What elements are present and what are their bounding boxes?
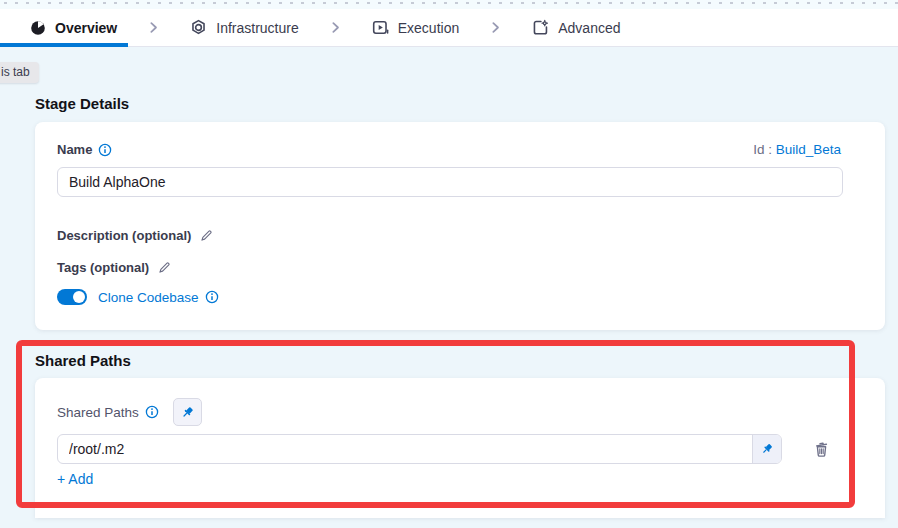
tab-advanced[interactable]: Advanced xyxy=(532,19,620,36)
clone-codebase-label-group: Clone Codebase xyxy=(98,290,219,305)
tab-execution-label: Execution xyxy=(398,20,459,36)
edit-pencil-icon[interactable] xyxy=(157,260,172,275)
box-gear-icon xyxy=(532,19,549,36)
stage-tabbar: Overview Infrastructure Execution Advanc… xyxy=(0,9,898,47)
pin-icon xyxy=(760,442,774,456)
chevron-right-icon xyxy=(147,21,160,34)
tags-row: Tags (optional) xyxy=(57,260,172,275)
id-label: Id : xyxy=(753,142,772,157)
shared-paths-card: Shared Paths + Add xyxy=(35,378,885,518)
clone-codebase-toggle[interactable] xyxy=(57,289,87,305)
play-box-icon xyxy=(372,19,389,36)
clone-codebase-label: Clone Codebase xyxy=(98,290,199,305)
pie-chart-icon xyxy=(30,20,46,36)
pin-input-type-button[interactable] xyxy=(752,435,781,463)
shared-paths-label: Shared Paths xyxy=(57,405,139,420)
stage-details-heading: Stage Details xyxy=(35,95,129,112)
info-icon[interactable] xyxy=(205,290,219,304)
edit-pencil-icon[interactable] xyxy=(199,228,214,243)
name-label-group: Name xyxy=(57,142,112,157)
pin-input-type-button[interactable] xyxy=(173,398,202,426)
canvas-dots-strip xyxy=(0,0,898,9)
id-value-link[interactable]: Build_Beta xyxy=(776,142,841,157)
info-icon[interactable] xyxy=(145,405,159,419)
name-label: Name xyxy=(57,142,92,157)
shared-paths-heading: Shared Paths xyxy=(35,352,131,369)
description-row: Description (optional) xyxy=(57,228,214,243)
name-row: Name Id : Build_Beta xyxy=(57,142,841,157)
shared-paths-label-row: Shared Paths xyxy=(57,398,202,426)
hexagon-nut-icon xyxy=(190,19,207,36)
trash-icon xyxy=(812,440,831,459)
pin-icon xyxy=(180,405,195,420)
shared-path-input[interactable] xyxy=(57,434,782,464)
stage-name-input[interactable] xyxy=(57,167,843,197)
active-tab-underline xyxy=(0,43,128,47)
tab-overview-label: Overview xyxy=(55,20,117,36)
stage-id: Id : Build_Beta xyxy=(753,142,841,157)
clone-codebase-row: Clone Codebase xyxy=(57,289,219,305)
description-label: Description (optional) xyxy=(57,228,191,243)
tab-infrastructure[interactable]: Infrastructure xyxy=(190,19,298,36)
chevron-right-icon xyxy=(329,21,342,34)
chevron-right-icon xyxy=(489,21,502,34)
tab-advanced-label: Advanced xyxy=(558,20,620,36)
tab-overview[interactable]: Overview xyxy=(30,20,117,36)
tags-label: Tags (optional) xyxy=(57,260,149,275)
add-path-button[interactable]: + Add xyxy=(57,471,93,487)
delete-path-button[interactable] xyxy=(809,437,833,461)
shared-paths-label-group: Shared Paths xyxy=(57,405,159,420)
info-icon[interactable] xyxy=(98,143,112,157)
stage-details-card: Name Id : Build_Beta Description (option… xyxy=(35,122,885,330)
tab-infrastructure-label: Infrastructure xyxy=(216,20,298,36)
tab-execution[interactable]: Execution xyxy=(372,19,459,36)
clipped-tooltip: is tab xyxy=(0,62,39,83)
